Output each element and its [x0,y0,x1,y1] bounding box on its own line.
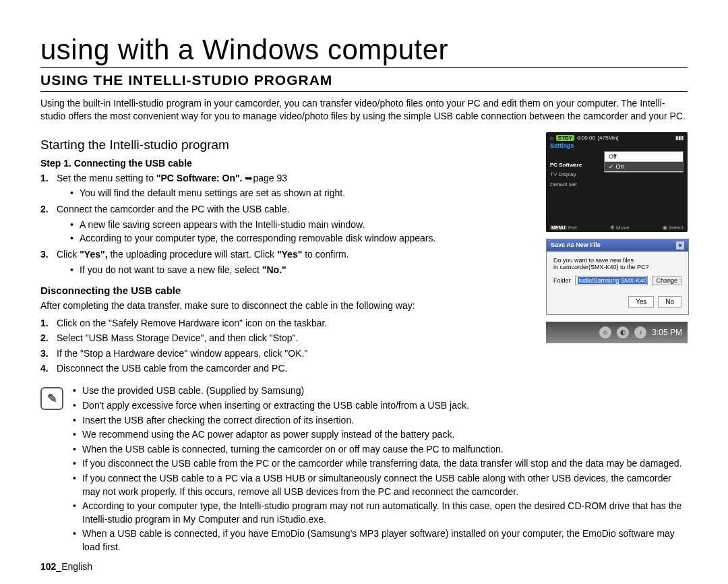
taskbar-illustration: ⎋ ◐ ♪ 3:05 PM [546,322,688,343]
page-footer: 102_English [40,561,92,572]
disc-step: Select "USB Mass Storage Device", and th… [57,331,298,345]
disc-step: If the "Stop a Hardware device" window a… [57,347,307,360]
list-num: 2. [40,202,51,246]
disconnect-list: 1.Click on the "Safely Remove Hardware i… [40,316,538,375]
page-number: 102 [40,561,56,572]
disconnect-title: Disconnecting the USB cable [40,285,538,296]
note-item: When the USB cable is connected, turning… [73,443,688,457]
battery-icon: ▮▮▮ [675,135,684,141]
step1-2-sub-bullet: A new file saving screen appears with th… [80,218,435,231]
list-num: 1. [40,316,51,330]
list-num: 4. [40,361,51,375]
note-item: Insert the USB after checking the correc… [73,414,688,428]
step1-2-sub-bullet: According to your computer type, the cor… [80,231,435,245]
taskbar-clock: 3:05 PM [652,328,682,337]
disc-step: Disconnect the USB cable from the camcor… [57,361,287,375]
list-num: 3. [40,347,51,360]
lcd-right-menu: Off ✓ On [604,151,684,173]
note-item: If you connect the USB cable to a PC via… [73,472,688,498]
close-icon: × [676,241,684,250]
dialog-title-text: Save As New File [551,241,601,250]
step1-3-text: Click "Yes", the uploading procedure wil… [57,249,349,260]
lcd-bottom-bar: MENU Exit ✥ Move ◉ Select [550,225,684,231]
lcd-menu-option-off: Off [605,152,683,162]
tray-icon: ♪ [634,326,646,339]
safely-remove-hardware-icon: ⎋ [599,326,611,339]
card-icon: ⌂ [550,135,553,141]
lcd-left-menu: PC Software TV Display Default Set [550,160,582,189]
lcd-move-label: Move [616,225,630,231]
step1-list: 1. Set the menu setting to "PC Software:… [40,171,538,278]
step1-2-text: Connect the camcorder and the PC with th… [57,204,290,214]
dialog-yes-button: Yes [628,296,654,308]
step1-3-sub-bullet: If you do not want to save a new file, s… [80,263,349,276]
page-language: _English [56,561,92,572]
section-title: USING THE INTELLI-STUDIO PROGRAM [40,72,688,92]
main-content-column: Starting the Intelli-studio program Step… [40,132,538,378]
intro-paragraph: Using the built-in Intelli-studio progra… [40,97,688,123]
goto-arrow-icon: ➥ [245,173,253,183]
list-num: 2. [40,331,51,345]
note-item: If you disconnect the USB cable from the… [73,457,688,471]
illustrations-column: ⌂ STBY 0:00:00 [475Min] ▮▮▮ Settings PC … [546,132,688,343]
stby-badge: STBY [556,135,574,141]
lcd-menu-badge: MENU [550,225,567,230]
lcd-time: 0:00:00 [577,135,595,141]
lcd-menu-item: Default Set [550,180,582,189]
lcd-menu-option-on: ✓ On [605,162,683,172]
chapter-title: using with a Windows computer [40,34,688,68]
note-block: ✎ Use the provided USB cable. (Supplied … [40,384,688,555]
note-item: We recommend using the AC power adaptor … [73,428,688,442]
note-item: Don't apply excessive force when inserti… [73,399,688,413]
tray-icon: ◐ [617,326,629,339]
dialog-no-button: No [658,296,681,308]
disc-step: Click on the "Safely Remove Hardware ico… [57,316,327,330]
note-item: Use the provided USB cable. (Supplied by… [73,384,688,398]
camcorder-lcd-illustration: ⌂ STBY 0:00:00 [475Min] ▮▮▮ Settings PC … [546,132,688,232]
note-list: Use the provided USB cable. (Supplied by… [73,384,688,555]
manual-page: using with a Windows computer USING THE … [0,0,728,584]
subsection-title: Starting the Intelli-studio program [40,138,538,152]
lcd-menu-item: TV Display [550,170,582,179]
disconnect-intro: After completing the data transfer, make… [40,299,538,312]
step1-title: Step 1. Connecting the USB cable [40,158,538,169]
save-file-dialog-illustration: Save As New File × Do you want to save n… [546,239,689,315]
note-item: According to your computer type, the Int… [73,500,688,526]
check-icon: ✓ [609,163,614,170]
dpad-icon: ✥ [610,225,615,231]
dialog-line2: in camcorder(SMX-K40) to the PC? [553,264,681,270]
dialog-path: tudio\Samsung SMX-K40\ [575,276,648,285]
dialog-change-button: Change [652,276,681,285]
ok-icon: ◉ [663,225,667,231]
dialog-titlebar: Save As New File × [547,239,688,252]
dialog-folder-label: Folder [553,277,571,284]
step1-1-sub-bullet: You will find the default menu settings … [80,186,345,200]
lcd-exit-label: Exit [568,225,577,231]
list-num: 1. [40,171,51,202]
note-item: When a USB cable is connected, if you ha… [73,527,688,554]
dialog-line1: Do you want to save new files [553,257,681,264]
lcd-remain: [475Min] [598,135,619,141]
lcd-select-label: Select [669,225,684,231]
lcd-menu-item: PC Software [550,160,582,170]
lcd-settings-label: Settings [550,142,684,149]
step1-1-text: Set the menu setting to "PC Software: On… [57,173,287,183]
list-num: 3. [40,247,51,278]
note-icon: ✎ [40,387,63,410]
